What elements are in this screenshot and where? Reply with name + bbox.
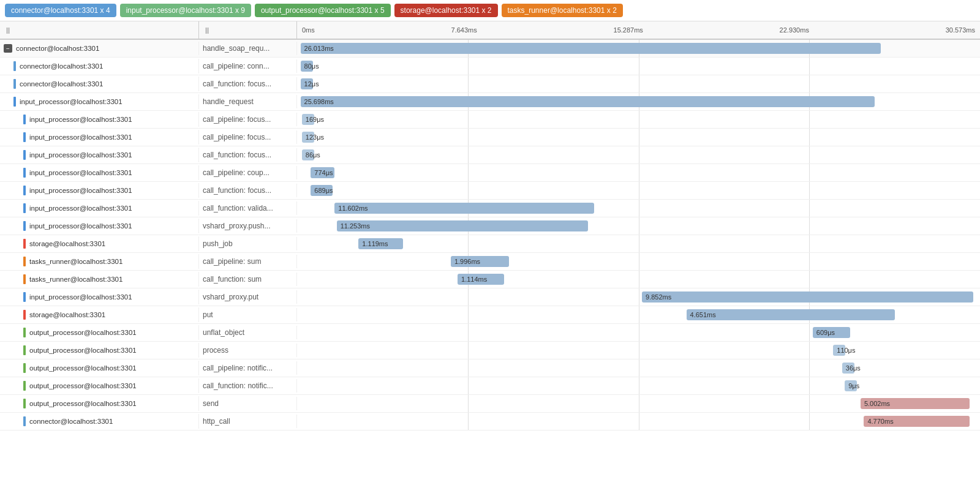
- service-color-indicator: [23, 132, 26, 142]
- timeline-cell: 1.114ms: [297, 271, 980, 288]
- service-resize-handle[interactable]: ||: [6, 26, 11, 34]
- span-cell: call_function: focus...: [199, 77, 297, 91]
- legend-pill-connector[interactable]: connector@localhost:3301 x 4: [5, 4, 116, 17]
- span-cell: put: [199, 308, 297, 321]
- span-bar-wrapper: 4.770ms: [864, 416, 970, 427]
- legend-pill-storage[interactable]: storage@localhost:3301 x 2: [394, 4, 498, 17]
- span-bar: 5.002ms: [861, 398, 970, 409]
- span-bar-wrapper: 1.119ms: [358, 238, 402, 249]
- service-name-text: input_processor@localhost:3301: [29, 151, 132, 159]
- service-name-text: input_processor@localhost:3301: [29, 222, 132, 230]
- span-resize-handle[interactable]: ||: [205, 26, 210, 34]
- table-row[interactable]: input_processor@localhost:3301vshard_pro…: [0, 217, 980, 235]
- table-row[interactable]: output_processor@localhost:3301unflat_ob…: [0, 324, 980, 342]
- span-bar-wrapper: 80μs: [301, 61, 311, 72]
- table-row[interactable]: −connector@localhost:3301handle_soap_req…: [0, 40, 980, 58]
- span-cell: call_pipeline: coup...: [199, 166, 297, 179]
- service-name-text: connector@localhost:3301: [29, 418, 113, 425]
- span-bar-wrapper: 86μs: [302, 149, 312, 160]
- table-row[interactable]: output_processor@localhost:3301send5.002…: [0, 395, 980, 413]
- timeline-cell: 110μs: [297, 342, 980, 359]
- span-bar: 12μs: [301, 78, 313, 89]
- span-cell: call_pipeline: focus...: [199, 130, 297, 144]
- timeline-cell: 80μs: [297, 58, 980, 75]
- table-row[interactable]: input_processor@localhost:3301call_pipel…: [0, 164, 980, 182]
- service-color-indicator: [23, 203, 26, 213]
- trace-rows: −connector@localhost:3301handle_soap_req…: [0, 40, 980, 430]
- table-row[interactable]: tasks_runner@localhost:3301call_pipeline…: [0, 253, 980, 271]
- span-bar-wrapper: 123μs: [302, 132, 312, 143]
- table-row[interactable]: input_processor@localhost:3301call_funct…: [0, 182, 980, 200]
- span-cell: send: [199, 397, 297, 410]
- service-name-text: output_processor@localhost:3301: [29, 400, 137, 407]
- service-cell: output_processor@localhost:3301: [0, 343, 199, 358]
- span-cell: call_function: focus...: [199, 184, 297, 197]
- table-row[interactable]: input_processor@localhost:3301call_pipel…: [0, 111, 980, 129]
- table-row[interactable]: input_processor@localhost:3301call_pipel…: [0, 129, 980, 146]
- service-cell: input_processor@localhost:3301: [0, 130, 199, 145]
- span-bar: 609μs: [813, 327, 850, 338]
- table-row[interactable]: storage@localhost:3301push_job1.119ms: [0, 235, 980, 253]
- span-bar: 1.119ms: [358, 238, 402, 249]
- service-name-text: connector@localhost:3301: [20, 80, 103, 88]
- app-container: connector@localhost:3301 x 4input_proces…: [0, 0, 980, 430]
- timeline-labels: 0ms7.643ms15.287ms22.930ms30.573ms: [297, 24, 980, 36]
- service-color-indicator: [23, 416, 26, 426]
- legend-pill-tasks_runner[interactable]: tasks_runner@localhost:3301 x 2: [502, 4, 623, 17]
- table-row[interactable]: tasks_runner@localhost:3301call_function…: [0, 271, 980, 288]
- service-color-indicator: [23, 115, 26, 124]
- table-row[interactable]: output_processor@localhost:3301call_pipe…: [0, 359, 980, 377]
- timeline-cell: 5.002ms: [297, 395, 980, 412]
- table-row[interactable]: connector@localhost:3301call_function: f…: [0, 75, 980, 93]
- table-row[interactable]: input_processor@localhost:3301vshard_pro…: [0, 288, 980, 306]
- table-row[interactable]: connector@localhost:3301call_pipeline: c…: [0, 58, 980, 75]
- service-color-indicator: [23, 345, 26, 355]
- timeline-cell: 11.602ms: [297, 200, 980, 217]
- table-row[interactable]: output_processor@localhost:3301call_func…: [0, 377, 980, 395]
- legend-pill-input_processor[interactable]: input_processor@localhost:3301 x 9: [120, 4, 251, 17]
- service-color-indicator: [23, 239, 26, 249]
- table-row[interactable]: connector@localhost:3301http_call4.770ms: [0, 413, 980, 430]
- service-cell: storage@localhost:3301: [0, 307, 199, 322]
- service-cell: connector@localhost:3301: [0, 414, 199, 429]
- service-name-text: input_processor@localhost:3301: [29, 169, 132, 176]
- service-name-text: output_processor@localhost:3301: [29, 347, 137, 354]
- service-color-indicator: [23, 363, 26, 373]
- timeline-label-2: 15.287ms: [614, 26, 643, 34]
- timeline-label-1: 7.643ms: [451, 26, 477, 34]
- table-row[interactable]: input_processor@localhost:3301handle_req…: [0, 93, 980, 111]
- span-bar-wrapper: 11.602ms: [334, 203, 594, 214]
- legend-pill-output_processor[interactable]: output_processor@localhost:3301 x 5: [255, 4, 391, 17]
- timeline-cell: 9μs: [297, 377, 980, 394]
- span-bar: 774μs: [311, 167, 334, 178]
- timeline-cell: 36μs: [297, 359, 980, 377]
- span-cell: call_pipeline: sum: [199, 255, 297, 268]
- table-row[interactable]: input_processor@localhost:3301call_funct…: [0, 146, 980, 164]
- timeline-cell: 4.651ms: [297, 306, 980, 323]
- table-row[interactable]: input_processor@localhost:3301call_funct…: [0, 200, 980, 217]
- span-bar: 1.996ms: [451, 256, 509, 267]
- timeline-cell: 12μs: [297, 75, 980, 92]
- span-cell: call_function: focus...: [199, 148, 297, 162]
- service-cell: input_processor@localhost:3301: [0, 201, 199, 216]
- span-cell: process: [199, 344, 297, 357]
- table-row[interactable]: output_processor@localhost:3301process11…: [0, 342, 980, 359]
- span-bar-wrapper: 609μs: [813, 327, 850, 338]
- service-cell: −connector@localhost:3301: [0, 42, 199, 55]
- collapse-icon[interactable]: −: [4, 44, 12, 53]
- trace-container: || || 0ms7.643ms15.287ms22.930ms30.573ms…: [0, 21, 980, 430]
- trace-header: || || 0ms7.643ms15.287ms22.930ms30.573ms: [0, 21, 980, 40]
- timeline-cell: 689μs: [297, 182, 980, 199]
- span-cell: call_function: notific...: [199, 379, 297, 393]
- span-bar-wrapper: 1.114ms: [458, 274, 504, 285]
- span-cell: vshard_proxy.put: [199, 290, 297, 304]
- span-cell: call_pipeline: conn...: [199, 59, 297, 73]
- timeline-cell: 26.013ms: [297, 40, 980, 57]
- service-name-text: storage@localhost:3301: [29, 240, 105, 247]
- table-row[interactable]: storage@localhost:3301put4.651ms: [0, 306, 980, 324]
- service-name-text: input_processor@localhost:3301: [29, 187, 132, 194]
- service-name-text: output_processor@localhost:3301: [29, 382, 137, 389]
- span-cell: handle_request: [199, 95, 297, 108]
- timeline-cell: 169μs: [297, 111, 980, 128]
- span-bar: 169μs: [302, 114, 314, 125]
